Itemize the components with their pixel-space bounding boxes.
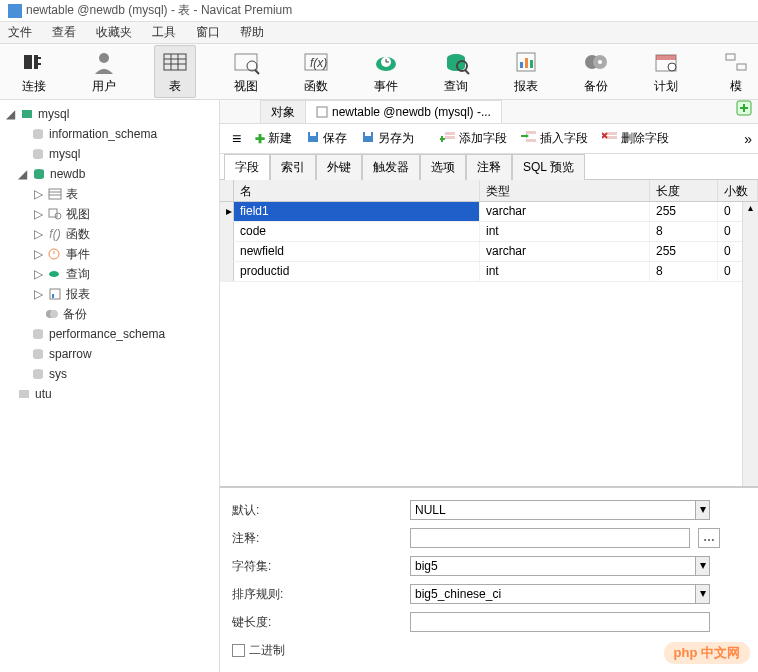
expand-icon[interactable]: ▷ — [34, 247, 44, 261]
plug-icon — [20, 48, 48, 76]
add-tab-icon[interactable] — [736, 100, 752, 121]
tab-fields[interactable]: 字段 — [224, 154, 270, 180]
expand-icon[interactable]: ▷ — [34, 227, 44, 241]
cell-name[interactable]: productid — [234, 262, 480, 281]
cell-length[interactable]: 8 — [650, 222, 718, 241]
table-row[interactable]: newfieldvarchar2550 — [220, 242, 758, 262]
btn-new[interactable]: ✚新建 — [249, 128, 298, 149]
tree-node-queries[interactable]: ▷查询 — [6, 264, 219, 284]
tree-node-views[interactable]: ▷视图 — [6, 204, 219, 224]
select-charset[interactable]: big5▾ — [410, 556, 710, 576]
cell-type[interactable]: varchar — [480, 242, 650, 261]
tree-conn-utu[interactable]: utu — [6, 384, 219, 404]
toolbar-connect[interactable]: 连接 — [14, 46, 54, 97]
tab-sql-preview[interactable]: SQL 预览 — [512, 154, 585, 180]
btn-insert-field[interactable]: 插入字段 — [515, 128, 594, 149]
table-row[interactable]: productidint80 — [220, 262, 758, 282]
svg-point-57 — [50, 310, 58, 318]
tab-foreign-keys[interactable]: 外键 — [316, 154, 362, 180]
svg-rect-73 — [310, 132, 316, 136]
svg-rect-10 — [235, 54, 257, 70]
tab-triggers[interactable]: 触发器 — [362, 154, 420, 180]
tree-db-info-schema[interactable]: information_schema — [6, 124, 219, 144]
select-collation[interactable]: big5_chinese_ci▾ — [410, 584, 710, 604]
expand-icon[interactable]: ▷ — [34, 187, 44, 201]
expand-icon[interactable]: ▷ — [34, 267, 44, 281]
menu-help[interactable]: 帮助 — [240, 24, 264, 41]
btn-add-field[interactable]: 添加字段 — [434, 128, 513, 149]
cell-type[interactable]: int — [480, 262, 650, 281]
tree-db-sparrow[interactable]: sparrow — [6, 344, 219, 364]
menu-favorites[interactable]: 收藏夹 — [96, 24, 132, 41]
table-row[interactable]: ▸field1varchar2550 — [220, 202, 758, 222]
tab-objects[interactable]: 对象 — [260, 100, 306, 123]
scroll-up-icon[interactable]: ▴ — [743, 202, 758, 213]
chevron-down-icon[interactable]: ▾ — [695, 557, 709, 575]
tree-node-tables[interactable]: ▷表 — [6, 184, 219, 204]
menu-icon[interactable]: ≡ — [226, 130, 247, 148]
toolbar-model[interactable]: 模 — [716, 46, 756, 97]
ellipsis-button[interactable]: … — [698, 528, 720, 548]
tree-conn-mysql[interactable]: ◢mysql — [6, 104, 219, 124]
tree-node-backup[interactable]: 备份 — [6, 304, 219, 324]
cell-type[interactable]: varchar — [480, 202, 650, 221]
btn-delete-field[interactable]: 删除字段 — [596, 128, 675, 149]
checkbox-binary[interactable]: 二进制 — [232, 642, 402, 659]
tab-indexes[interactable]: 索引 — [270, 154, 316, 180]
tab-comment[interactable]: 注释 — [466, 154, 512, 180]
cell-name[interactable]: code — [234, 222, 480, 241]
cell-type[interactable]: int — [480, 222, 650, 241]
toolbar-backup[interactable]: 备份 — [576, 46, 616, 97]
toolbar-query[interactable]: 查询 — [436, 46, 476, 97]
field-grid[interactable]: ▴ ▸field1varchar2550codeint80newfieldvar… — [220, 202, 758, 487]
menu-window[interactable]: 窗口 — [196, 24, 220, 41]
scrollbar[interactable]: ▴ — [742, 202, 758, 486]
cell-length[interactable]: 255 — [650, 242, 718, 261]
menu-file[interactable]: 文件 — [8, 24, 32, 41]
col-name[interactable]: 名 — [234, 180, 480, 201]
btn-saveas[interactable]: 另存为 — [355, 128, 420, 149]
btn-save[interactable]: 保存 — [300, 128, 353, 149]
expand-icon[interactable]: ▷ — [34, 207, 44, 221]
save-icon — [306, 130, 320, 147]
tree-db-perf-schema[interactable]: performance_schema — [6, 324, 219, 344]
svg-rect-34 — [726, 54, 735, 60]
input-keylength[interactable] — [410, 612, 710, 632]
tab-current-table[interactable]: newtable @newdb (mysql) -... — [305, 100, 502, 123]
toolbar-report[interactable]: 报表 — [506, 46, 546, 97]
table-row[interactable]: codeint80 — [220, 222, 758, 242]
view-icon — [232, 48, 260, 76]
cell-length[interactable]: 8 — [650, 262, 718, 281]
select-default[interactable]: NULL▾ — [410, 500, 710, 520]
tree-db-newdb[interactable]: ◢newdb — [6, 164, 219, 184]
col-decimals[interactable]: 小数 — [718, 180, 758, 201]
collapse-icon[interactable]: ◢ — [6, 107, 16, 121]
menu-tools[interactable]: 工具 — [152, 24, 176, 41]
cell-length[interactable]: 255 — [650, 202, 718, 221]
toolbar-event[interactable]: 事件 — [366, 46, 406, 97]
more-icon[interactable]: » — [744, 131, 752, 147]
tree-db-mysql[interactable]: mysql — [6, 144, 219, 164]
toolbar-function[interactable]: f(x)函数 — [296, 46, 336, 97]
toolbar-view[interactable]: 视图 — [226, 46, 266, 97]
tree-node-functions[interactable]: ▷f()函数 — [6, 224, 219, 244]
col-length[interactable]: 长度 — [650, 180, 718, 201]
app-icon — [8, 4, 22, 18]
chevron-down-icon[interactable]: ▾ — [695, 501, 709, 519]
cell-name[interactable]: field1 — [234, 202, 480, 221]
toolbar-table[interactable]: 表 — [154, 45, 196, 98]
tab-options[interactable]: 选项 — [420, 154, 466, 180]
tree-db-sys[interactable]: sys — [6, 364, 219, 384]
expand-icon[interactable]: ▷ — [34, 287, 44, 301]
tree-node-reports[interactable]: ▷报表 — [6, 284, 219, 304]
svg-rect-36 — [22, 110, 32, 118]
menu-view[interactable]: 查看 — [52, 24, 76, 41]
input-comment[interactable] — [410, 528, 690, 548]
toolbar-plan[interactable]: 计划 — [646, 46, 686, 97]
col-type[interactable]: 类型 — [480, 180, 650, 201]
collapse-icon[interactable]: ◢ — [18, 167, 28, 181]
cell-name[interactable]: newfield — [234, 242, 480, 261]
chevron-down-icon[interactable]: ▾ — [695, 585, 709, 603]
toolbar-user[interactable]: 用户 — [84, 46, 124, 97]
tree-node-events[interactable]: ▷事件 — [6, 244, 219, 264]
